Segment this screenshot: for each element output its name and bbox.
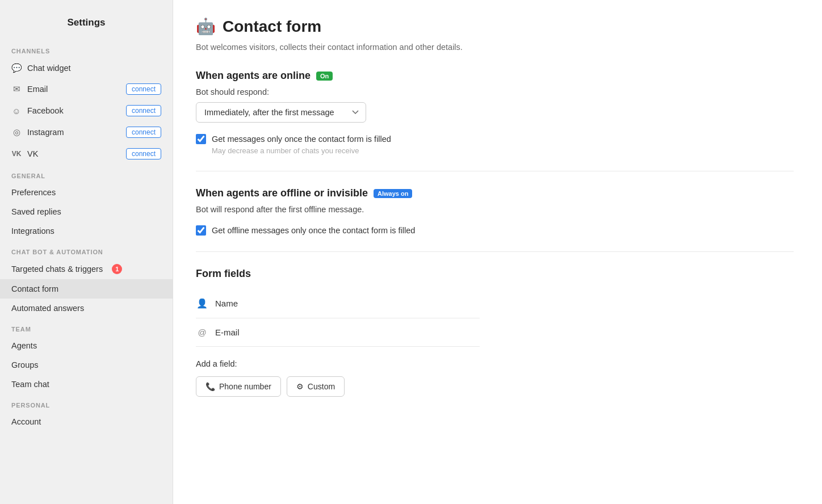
facebook-connect-button[interactable]: connect xyxy=(126,105,161,116)
facebook-icon: ☺ xyxy=(11,106,22,116)
sidebar-item-email[interactable]: ✉ Email connect xyxy=(0,78,173,100)
offline-section-header: When agents are offline or invisible Alw… xyxy=(196,187,794,199)
sidebar-item-label: Contact form xyxy=(11,284,58,293)
bot-respond-label: Bot should respond: xyxy=(196,87,794,96)
sidebar-item-label: Account xyxy=(11,417,41,426)
email-field-icon: @ xyxy=(196,327,208,337)
online-tag: On xyxy=(316,72,333,81)
instagram-icon: ◎ xyxy=(11,127,22,137)
sidebar-item-chat-widget[interactable]: 💬 Chat widget xyxy=(0,58,173,78)
instagram-connect-button[interactable]: connect xyxy=(126,127,161,138)
sidebar-item-integrations[interactable]: Integrations xyxy=(0,221,173,241)
bot-respond-dropdown[interactable]: Immediately, after the first message Aft… xyxy=(196,102,366,123)
chat-widget-icon: 💬 xyxy=(11,63,22,73)
sidebar-item-label: Saved replies xyxy=(11,207,61,216)
sidebar-item-team-chat[interactable]: Team chat xyxy=(0,375,173,394)
offline-checkbox[interactable] xyxy=(196,225,206,236)
page-header: 🤖 Contact form xyxy=(196,17,794,36)
sidebar-item-label: Email xyxy=(27,85,48,94)
phone-number-button[interactable]: 📞 Phone number xyxy=(196,376,281,397)
add-field-buttons: 📞 Phone number ⚙ Custom xyxy=(196,376,794,397)
email-field-label: E-mail xyxy=(215,327,240,337)
sidebar-item-label: Groups xyxy=(11,360,39,369)
email-field-row: @ E-mail xyxy=(196,318,480,347)
page-description: Bot welcomes visitors, collects their co… xyxy=(196,43,794,52)
sidebar-item-saved-replies[interactable]: Saved replies xyxy=(0,202,173,221)
email-connect-button[interactable]: connect xyxy=(126,83,161,95)
online-section-header: When agents are online On xyxy=(196,70,794,82)
add-field-label: Add a field: xyxy=(196,359,794,368)
sidebar-item-vk[interactable]: VK VK connect xyxy=(0,143,173,165)
sidebar-item-label: Chat widget xyxy=(27,64,71,73)
section-chatbot: CHAT BOT & AUTOMATION xyxy=(0,241,173,259)
contact-form-icon: 🤖 xyxy=(196,17,216,36)
vk-connect-button[interactable]: connect xyxy=(126,148,161,159)
page-title: Contact form xyxy=(223,18,321,36)
custom-icon: ⚙ xyxy=(296,382,304,391)
sidebar-item-label: Team chat xyxy=(11,380,49,389)
sidebar-item-label: Instagram xyxy=(27,128,64,137)
section-team: TEAM xyxy=(0,318,173,336)
sidebar-item-label: Preferences xyxy=(11,188,56,197)
email-icon: ✉ xyxy=(11,84,22,94)
section-general: GENERAL xyxy=(0,165,173,183)
phone-icon: 📞 xyxy=(206,382,215,391)
sidebar-item-automated-answers[interactable]: Automated answers xyxy=(0,299,173,318)
custom-button-label: Custom xyxy=(308,382,335,391)
targeted-chats-badge: 1 xyxy=(112,264,122,274)
offline-section-title: When agents are offline or invisible xyxy=(196,187,368,199)
sidebar-item-targeted-chats[interactable]: Targeted chats & triggers 1 xyxy=(0,259,173,279)
name-field-icon: 👤 xyxy=(196,298,208,309)
sidebar: Settings CHANNELS 💬 Chat widget ✉ Email … xyxy=(0,0,173,504)
online-checkbox-label: Get messages only once the contact form … xyxy=(212,135,391,144)
offline-checkbox-label: Get offline messages only once the conta… xyxy=(212,226,415,235)
online-section-title: When agents are online xyxy=(196,70,311,82)
sidebar-item-agents[interactable]: Agents xyxy=(0,336,173,355)
vk-icon: VK xyxy=(11,149,22,159)
main-content: 🤖 Contact form Bot welcomes visitors, co… xyxy=(173,0,822,504)
online-checkbox-row: Get messages only once the contact form … xyxy=(196,134,794,144)
sidebar-item-label: Targeted chats & triggers xyxy=(11,264,103,274)
section-divider-2 xyxy=(196,251,794,252)
section-divider xyxy=(196,171,794,171)
sidebar-item-label: Integrations xyxy=(11,226,54,236)
sidebar-item-account[interactable]: Account xyxy=(0,412,173,431)
sidebar-item-facebook[interactable]: ☺ Facebook connect xyxy=(0,100,173,121)
sidebar-title: Settings xyxy=(0,11,173,40)
sidebar-item-contact-form[interactable]: Contact form xyxy=(0,279,173,299)
sidebar-item-preferences[interactable]: Preferences xyxy=(0,183,173,202)
phone-button-label: Phone number xyxy=(219,382,271,391)
name-field-label: Name xyxy=(215,299,238,308)
sidebar-item-groups[interactable]: Groups xyxy=(0,355,173,375)
section-personal: PERSONAL xyxy=(0,394,173,412)
offline-checkbox-row: Get offline messages only once the conta… xyxy=(196,225,794,236)
online-checkbox-hint: May decrease a number of chats you recei… xyxy=(212,146,794,155)
name-field-row: 👤 Name xyxy=(196,289,480,318)
form-fields-title: Form fields xyxy=(196,268,794,280)
always-on-tag: Always on xyxy=(374,189,412,198)
section-channels: CHANNELS xyxy=(0,40,173,58)
online-checkbox[interactable] xyxy=(196,134,206,144)
sidebar-item-label: VK xyxy=(27,149,38,158)
sidebar-item-label: Facebook xyxy=(27,106,64,115)
sidebar-item-label: Agents xyxy=(11,341,37,350)
custom-field-button[interactable]: ⚙ Custom xyxy=(287,376,345,397)
sidebar-item-label: Automated answers xyxy=(11,304,84,313)
sidebar-item-instagram[interactable]: ◎ Instagram connect xyxy=(0,121,173,143)
offline-description: Bot will respond after the first offline… xyxy=(196,205,794,214)
